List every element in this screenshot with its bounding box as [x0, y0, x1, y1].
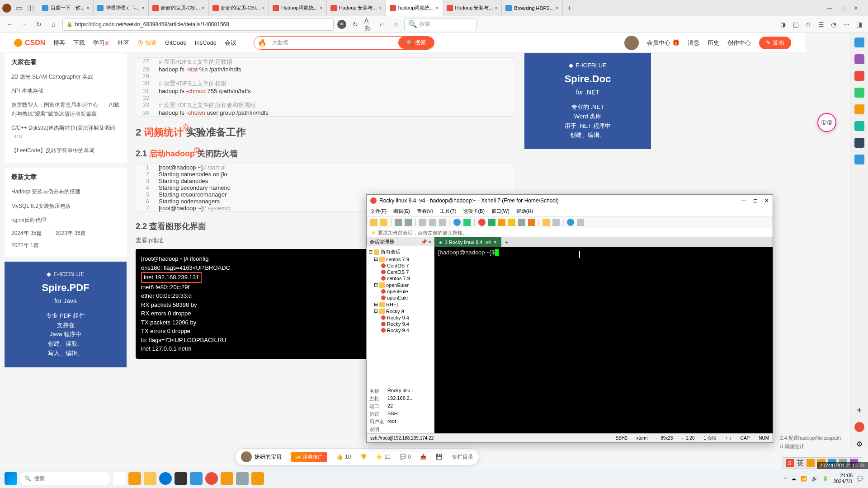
close-icon[interactable]: ×	[202, 5, 205, 11]
sidebar-link[interactable]: API-本地存储	[11, 84, 120, 98]
maximize-button[interactable]: ◻	[840, 5, 846, 11]
anchor-link[interactable]: 3 词频统计	[780, 442, 841, 451]
fullscreen-icon[interactable]	[498, 219, 505, 226]
workspace-icon[interactable]: ▭	[16, 4, 23, 12]
year-stat[interactable]: 2024年 35篇	[11, 230, 42, 237]
menu-window[interactable]: 窗口(W)	[491, 208, 509, 215]
file-explorer-icon[interactable]	[144, 472, 156, 485]
nav-community[interactable]: 社区	[118, 39, 129, 47]
yuanbao-badge[interactable]: ①②	[817, 113, 836, 132]
find-icon[interactable]	[439, 219, 446, 226]
nav-zhidao[interactable]: ⦿ 知道	[137, 39, 157, 47]
nav-message[interactable]: 消息	[688, 39, 699, 47]
layout-icon[interactable]	[552, 219, 560, 226]
drop-icon[interactable]	[854, 138, 864, 148]
new-session-icon[interactable]	[370, 219, 377, 226]
sidebar-link[interactable]: 【LeetCode】反转字符串中的单词	[11, 144, 120, 158]
wallet-icon[interactable]: ◔	[829, 20, 838, 29]
paste-icon[interactable]	[429, 219, 436, 226]
nav-vip[interactable]: 会员中心 🎁	[647, 39, 679, 47]
tree-folder[interactable]: ⊟ openEuler	[368, 282, 432, 288]
browser-tab[interactable]: 妍妍的宝贝-CSI...×	[149, 0, 209, 16]
battery-icon[interactable]: 🔋	[822, 476, 829, 482]
app-icon[interactable]	[236, 472, 249, 485]
close-icon[interactable]: ×	[495, 5, 498, 11]
app-icon[interactable]	[190, 472, 203, 485]
tree-session[interactable]: CentOS 7	[368, 269, 432, 275]
tools-icon[interactable]	[854, 88, 864, 98]
tree-folder[interactable]: ⊟ Rocky 9	[368, 308, 432, 314]
sidebar-ad[interactable]: ◆ E-ICEBLUE Spire.PDF for Java 专业 PDF 组件…	[5, 262, 127, 367]
menu-edit[interactable]: 编辑(E)	[393, 208, 410, 215]
globe-icon[interactable]	[453, 219, 461, 226]
dislike-button[interactable]: 👎	[360, 454, 367, 460]
app-icon[interactable]	[205, 472, 218, 485]
year-stat[interactable]: 2022年 1篇	[11, 242, 39, 249]
menu-tab[interactable]: 选项卡(B)	[463, 208, 485, 215]
start-button[interactable]	[5, 472, 17, 485]
csdn-logo[interactable]: 🟠 CSDN	[14, 38, 45, 47]
reconnect-icon[interactable]	[395, 219, 402, 226]
task-view-icon[interactable]	[113, 472, 126, 485]
tree-session[interactable]: openEule	[368, 295, 432, 301]
tree-session[interactable]: Rocky 9.4	[368, 314, 432, 321]
browser-search[interactable]: 🔍 搜索	[404, 19, 476, 30]
menu-icon[interactable]: ⋯	[842, 20, 851, 29]
close-icon[interactable]: ×	[142, 5, 145, 11]
app-icon[interactable]	[251, 472, 264, 485]
tracking-icon[interactable]: 👁	[337, 20, 346, 29]
app-icon[interactable]	[175, 472, 187, 485]
download-button[interactable]: 💾	[436, 454, 443, 460]
new-tab-button[interactable]: +	[563, 0, 576, 16]
copilot-icon[interactable]	[854, 54, 864, 64]
menu-tools[interactable]: 工具(T)	[440, 208, 456, 215]
copy-icon[interactable]	[419, 219, 426, 226]
anchor-link[interactable]: 2.4 配置hadoop的classpath	[780, 434, 841, 442]
like-button[interactable]: 👍 10	[336, 454, 351, 460]
publish-button[interactable]: ✎ 发布	[759, 37, 791, 49]
browser-tab[interactable]: 百度一下，你...×	[38, 0, 94, 16]
nav-history[interactable]: 历史	[708, 39, 719, 47]
right-ad[interactable]: ◆ E-ICEBLUE Spire.Doc for .NET 专业的 .NET …	[524, 53, 651, 149]
browser-tab[interactable]: Hadoop 安装与...×	[443, 0, 502, 16]
comment-button[interactable]: 💬 0	[400, 454, 411, 460]
minimize-button[interactable]: —	[826, 5, 833, 11]
favorite-button[interactable]: ⭐ 11	[376, 454, 390, 460]
edge-icon[interactable]	[159, 472, 172, 485]
share-button[interactable]: 📤	[420, 454, 427, 460]
menu-file[interactable]: 文件(F)	[370, 208, 387, 215]
reader-icon[interactable]: ▭	[378, 20, 387, 29]
tree-folder[interactable]: ⊟ centos 7.9	[368, 256, 432, 263]
year-stat[interactable]: 2023年 36篇	[55, 230, 85, 237]
sync-icon[interactable]: ↻	[351, 20, 360, 29]
split-icon[interactable]: ◫	[791, 20, 800, 29]
profile-icon[interactable]	[2, 4, 11, 13]
text-size-icon[interactable]: Aあ	[364, 20, 373, 29]
outlook-icon[interactable]	[854, 121, 864, 131]
browser-tab-active[interactable]: hadoop词频统...×	[386, 0, 443, 16]
tree-session[interactable]: CentOS 7	[368, 263, 432, 269]
user-avatar[interactable]	[624, 36, 639, 50]
play-icon[interactable]	[488, 219, 495, 226]
search-sidebar-icon[interactable]	[854, 38, 864, 47]
close-button[interactable]: ✕	[853, 5, 859, 11]
minimize-button[interactable]: —	[741, 197, 746, 204]
terminal-screen[interactable]: [hadoop@hadoop ~]$	[434, 247, 773, 433]
tray-chevron-icon[interactable]: ^	[784, 476, 787, 481]
tree-session[interactable]: Rocky 9.4	[368, 327, 432, 333]
close-button[interactable]: ✕	[764, 197, 769, 204]
pin-icon[interactable]: 📌	[421, 239, 427, 244]
browser-tab[interactable]: Hadoop词频统...×	[269, 0, 327, 16]
sidebar-link[interactable]: nginx反向代理	[11, 213, 120, 227]
catalog-button[interactable]: 专栏目录	[452, 453, 473, 461]
highlight-icon[interactable]	[528, 219, 535, 226]
games-icon[interactable]	[854, 104, 864, 114]
collections-icon[interactable]: ☰	[816, 20, 826, 29]
browser-tab[interactable]: Browsing HDFS...×	[502, 0, 562, 16]
close-icon[interactable]: ×	[320, 5, 323, 11]
nav-create[interactable]: 创作中心	[727, 39, 751, 47]
coupon-button[interactable]: 🎫 用券推广	[291, 452, 327, 462]
ime-option-icon[interactable]	[807, 459, 815, 467]
edit-icon[interactable]	[854, 422, 864, 432]
browser-tab[interactable]: 哔哩哔哩 (゜-...×	[94, 0, 149, 16]
